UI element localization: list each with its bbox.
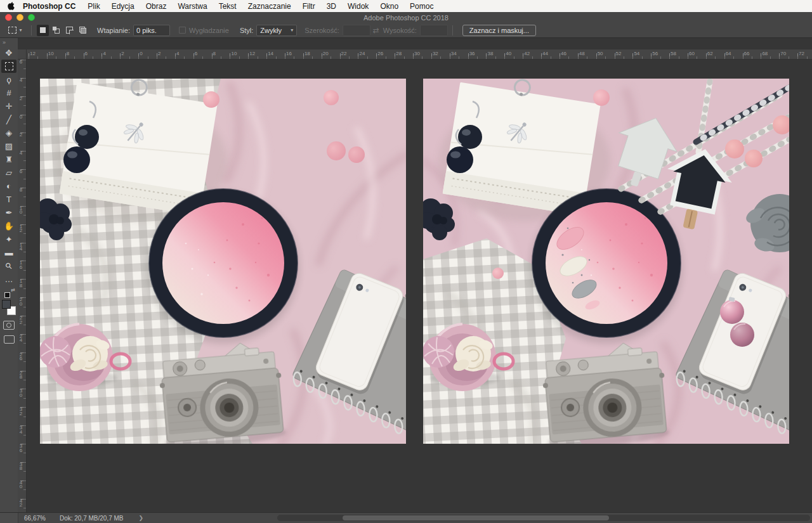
ruler-tool-icon: ▬ [5, 248, 13, 257]
ruler-tick-label: 64 [726, 51, 731, 56]
ruler-tick-label: 0 [140, 51, 142, 56]
ruler-tick-label: 6 [195, 51, 197, 56]
ruler-tick-label: 38 [488, 51, 494, 56]
quick-mask-button[interactable] [3, 321, 15, 330]
ruler-tick-label: 42 [524, 51, 530, 56]
ruler-tick-label: 54 [634, 51, 639, 56]
swap-dimensions-icon: ⇄ [373, 26, 379, 35]
rectangular-marquee-icon [8, 27, 16, 34]
select-and-mask-button[interactable]: Zaznacz i maskuj... [462, 25, 536, 36]
paint-bucket-tool[interactable]: ◈ [1, 126, 16, 139]
zoom-tool-icon: ⚲ [3, 261, 14, 271]
subtract-selection-mode-button[interactable] [63, 25, 75, 36]
default-colors-icon[interactable] [4, 290, 14, 298]
menu-item-3d[interactable]: 3D [321, 2, 342, 11]
ruler-tick-label: 20 [18, 298, 23, 306]
menu-item-plik[interactable]: Plik [82, 2, 105, 11]
foreground-color-swatch[interactable] [2, 300, 11, 309]
add-to-selection-mode-button[interactable] [50, 25, 62, 36]
document-image-right[interactable] [423, 79, 789, 444]
ruler-tick-label: 4 [18, 152, 23, 156]
healing-brush-tool[interactable]: ✛ [1, 100, 16, 113]
ruler-tick-label: 24 [18, 335, 23, 343]
ruler-corner [18, 49, 27, 60]
shape-tool[interactable]: ✦ [1, 233, 16, 246]
ruler-tick-label: 12 [249, 51, 255, 56]
ruler-tick-label: 70 [780, 51, 786, 56]
clone-stamp-tool[interactable]: ♜ [1, 153, 16, 166]
ruler-tick-label: 68 [762, 51, 768, 56]
zoom-level[interactable]: 66,67% [24, 515, 46, 522]
ruler-tick-label: 30 [414, 51, 420, 56]
menu-item-zaznaczanie[interactable]: Zaznaczanie [242, 2, 297, 11]
collapse-toolbar-button[interactable]: » [0, 39, 6, 46]
type-tool[interactable]: T [1, 193, 16, 206]
ruler-tick-label: 28 [18, 371, 23, 380]
vertical-ruler: 6420246810121416182022242628303234363840… [18, 60, 27, 512]
crop-tool[interactable]: # [1, 86, 16, 100]
menu-item-tekst[interactable]: Tekst [213, 2, 242, 11]
edit-toolbar-button[interactable]: … [1, 273, 16, 286]
ruler-tick-label: 6 [85, 51, 88, 56]
ruler-tick-label: 22 [341, 51, 347, 56]
ruler-tick-label: 8 [18, 188, 23, 193]
ruler-tick-label: 2 [158, 51, 160, 56]
ruler-tick-label: 36 [18, 444, 23, 453]
menu-item-filtr[interactable]: Filtr [297, 2, 321, 11]
close-button[interactable] [5, 14, 12, 21]
ruler-tick-label: 16 [18, 261, 23, 269]
lasso-tool[interactable]: ϙ [1, 73, 16, 86]
pen-tool[interactable]: ✒ [1, 206, 16, 219]
menu-item-obraz[interactable]: Obraz [140, 2, 173, 11]
add-selection-icon [53, 27, 60, 34]
options-bar: ▾ Wtapianie: 0 piks. Wygładzanie Styl: Z… [0, 23, 812, 38]
zoom-tool[interactable]: ⚲ [1, 259, 16, 273]
ruler-tick-label: 18 [18, 280, 23, 288]
status-chevron-icon[interactable]: ❯ [139, 515, 144, 521]
apple-logo-icon[interactable] [8, 2, 15, 10]
document-image-left[interactable] [40, 79, 406, 444]
tool-preset-dropdown[interactable]: ▾ [4, 25, 27, 36]
eraser-tool[interactable]: ▱ [1, 166, 16, 179]
ruler-tool[interactable]: ▬ [1, 246, 16, 259]
screen-mode-button[interactable] [4, 335, 15, 344]
eraser-tool-icon: ▱ [6, 168, 12, 178]
ruler-tick-label: 56 [652, 51, 658, 56]
intersect-selection-mode-button[interactable] [77, 25, 89, 36]
ruler-tick-label: 10 [231, 51, 237, 56]
menu-item-widok[interactable]: Widok [342, 2, 374, 11]
fullscreen-button[interactable] [28, 14, 35, 21]
menu-item-okno[interactable]: Okno [374, 2, 404, 11]
rectangular-marquee-tool[interactable] [1, 60, 16, 73]
menu-item-photoshop-cc[interactable]: Photoshop CC [22, 2, 82, 11]
ruler-tick-label: 34 [18, 426, 23, 434]
style-label: Styl: [240, 27, 253, 34]
brush-tool-icon: ╱ [6, 115, 11, 124]
horizontal-scrollbar-thumb[interactable] [343, 515, 609, 520]
move-tool-icon: ✥ [6, 48, 13, 58]
ruler-tick-label: 62 [707, 51, 713, 56]
edit-toolbar-button-icon: … [5, 274, 13, 284]
new-selection-mode-button[interactable] [37, 25, 49, 36]
canvas-area[interactable] [27, 60, 812, 512]
menu-item-warstwa[interactable]: Warstwa [172, 2, 213, 11]
minimize-button[interactable] [16, 14, 23, 21]
brush-tool[interactable]: ╱ [1, 113, 16, 126]
ruler-tick-label: 36 [469, 51, 475, 56]
gradient-tool-icon: ▨ [5, 141, 13, 151]
width-label: Szerokość: [304, 27, 339, 34]
menu-item-pomoc[interactable]: Pomoc [404, 2, 439, 11]
pen-tool-icon: ✒ [6, 208, 13, 217]
feather-input[interactable]: 0 piks. [133, 25, 170, 36]
foreground-background-swatches[interactable] [1, 300, 16, 315]
horizontal-scrollbar[interactable] [277, 515, 810, 521]
move-tool[interactable]: ✥ [1, 46, 16, 60]
hand-tool[interactable]: ✋ [1, 219, 16, 233]
style-dropdown[interactable]: Zwykły ▾ [256, 25, 297, 36]
ruler-tick-label: 10 [48, 51, 54, 56]
ruler-tick-label: 42 [18, 500, 23, 508]
menu-item-edycja[interactable]: Edycja [106, 2, 140, 11]
ruler-tick-label: 4 [103, 51, 105, 56]
dodge-tool[interactable]: ◐ [1, 179, 16, 193]
gradient-tool[interactable]: ▨ [1, 139, 16, 153]
